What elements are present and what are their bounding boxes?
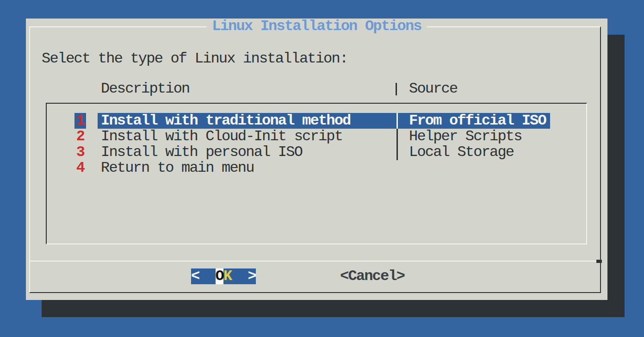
ok-pad <box>207 268 216 284</box>
linux-installation-dialog: Linux Installation Options Select the ty… <box>26 19 607 300</box>
description-column-header: Description <box>101 81 189 97</box>
menu-item-source: Helper Scripts <box>409 129 522 144</box>
menu-item-source: Local Storage <box>409 144 514 160</box>
menu-item-description: Install with traditional method <box>101 113 351 129</box>
menu-item-description: Install with Cloud-Init script <box>101 129 342 144</box>
menu-item-description: Return to main menu <box>101 160 254 176</box>
column-separator <box>396 144 398 160</box>
ok-pad <box>199 268 208 284</box>
menu-item-tag: 3 <box>74 144 86 160</box>
menu-item-traditional-install[interactable]: 1 Install with traditional method From o… <box>47 113 586 129</box>
source-column-header: Source <box>409 81 457 97</box>
ok-close-bracket: > <box>248 268 256 284</box>
column-separator <box>396 83 397 95</box>
ok-open-bracket: < <box>191 268 199 284</box>
ok-button[interactable]: < O K > <box>191 268 256 284</box>
ok-pad <box>240 268 248 284</box>
menu-item-source: From official ISO <box>409 113 546 129</box>
menu-item-return-main-menu[interactable]: 4 Return to main menu <box>47 160 586 176</box>
terminal-screen: Linux Installation Options Select the ty… <box>0 0 644 337</box>
dialog-title: Linux Installation Options <box>206 19 427 34</box>
ok-cursor-char: O <box>216 268 224 284</box>
cancel-button[interactable]: <Cancel> <box>340 268 404 284</box>
ok-pad <box>232 268 240 284</box>
column-header-row: Description Source <box>26 81 607 97</box>
menu-item-cloud-init-install[interactable]: 2 Install with Cloud-Init script Helper … <box>47 129 586 144</box>
column-separator <box>396 113 398 129</box>
ok-hotkey-char: K <box>223 268 232 284</box>
menu-listbox: 1 Install with traditional method From o… <box>46 103 587 244</box>
dialog-message: Select the type of Linux installation: <box>42 51 347 67</box>
button-area-separator-cap <box>596 260 602 263</box>
menu-item-personal-iso-install[interactable]: 3 Install with personal ISO Local Storag… <box>47 144 586 160</box>
menu-item-tag: 2 <box>74 129 86 144</box>
menu-item-description: Install with personal ISO <box>101 144 302 160</box>
button-area-separator <box>30 261 600 262</box>
menu-item-tag: 1 <box>74 113 86 129</box>
menu-item-tag: 4 <box>74 160 86 176</box>
column-separator <box>396 129 398 144</box>
